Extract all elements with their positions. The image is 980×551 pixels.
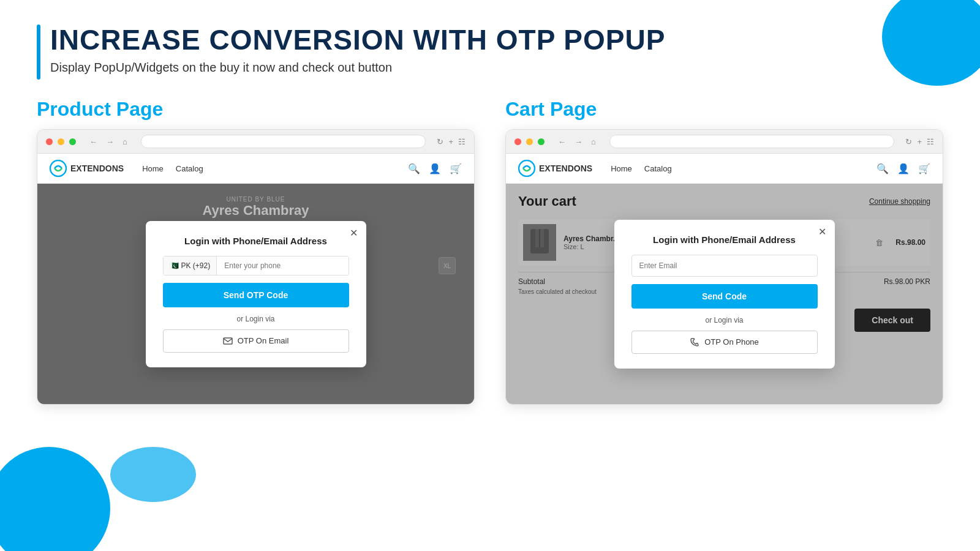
- cart-send-code-button[interactable]: Send Code: [631, 284, 818, 309]
- cart-nav-catalog[interactable]: Catalog: [644, 164, 672, 173]
- account-icon[interactable]: 👤: [429, 163, 441, 174]
- nav-back[interactable]: ←: [87, 136, 100, 148]
- cart-browser-address-bar[interactable]: [609, 135, 895, 148]
- product-browser-mockup: ← → ⌂ ↻ + ☷: [37, 129, 475, 405]
- browser-menu[interactable]: ☷: [458, 137, 466, 146]
- cart-extendons-logo-icon: [518, 160, 535, 177]
- cart-nav-forward[interactable]: →: [572, 136, 585, 148]
- cart-search-icon[interactable]: 🔍: [876, 163, 889, 174]
- product-nav-catalog[interactable]: Catalog: [176, 164, 203, 173]
- browser-actions: + ☷: [448, 137, 466, 146]
- extendons-logo-icon: [50, 160, 67, 177]
- header-section: INCREASE CONVERSION WITH OTP POPUP Displ…: [37, 24, 943, 80]
- cart-icon[interactable]: 🛒: [450, 163, 462, 174]
- cart-store-logo: EXTENDONS: [518, 160, 592, 177]
- main-subtitle: Display PopUp/Widgets on the buy it now …: [50, 61, 665, 75]
- search-icon[interactable]: 🔍: [408, 163, 420, 174]
- cart-email-input[interactable]: [631, 255, 818, 277]
- cart-section-label: Cart Page: [505, 98, 943, 121]
- product-popup-close[interactable]: ✕: [350, 227, 358, 239]
- cart-browser-mockup: ← → ⌂ ↻ + ☷: [505, 129, 943, 405]
- header-text: INCREASE CONVERSION WITH OTP POPUP Displ…: [50, 24, 665, 75]
- product-browser-bar: ← → ⌂ ↻ + ☷: [37, 130, 474, 154]
- cart-page-content: Your cart Continue shopping: [506, 184, 943, 404]
- product-store-nav-icons: 🔍 👤 🛒: [408, 163, 462, 174]
- product-page-content: UNITED BY BLUE Ayres Chambray XL add to …: [37, 184, 474, 404]
- cart-otp-popup: ✕ Login with Phone/Email Address Send Co…: [614, 220, 835, 369]
- cart-browser-refresh[interactable]: ↻: [905, 137, 912, 146]
- cart-page-column: Cart Page ← → ⌂ ↻ +: [505, 98, 943, 405]
- cart-browser-bar: ← → ⌂ ↻ + ☷: [506, 130, 943, 154]
- product-store-nav-links: Home Catalog: [142, 164, 203, 173]
- phone-icon: [690, 337, 699, 347]
- svg-point-0: [50, 160, 66, 176]
- cart-browser-actions: + ☷: [917, 137, 934, 146]
- flag-emoji: 🇵🇰: [170, 261, 179, 270]
- product-phone-input[interactable]: [217, 257, 348, 275]
- cart-cart-icon[interactable]: 🛒: [918, 163, 930, 174]
- cart-browser-dot-green: [538, 138, 545, 145]
- product-phone-input-wrapper: 🇵🇰 PK (+92): [163, 256, 349, 276]
- bg-decoration-bottom-left: [0, 447, 110, 551]
- svg-point-2: [519, 160, 535, 176]
- cart-nav-back[interactable]: ←: [556, 136, 568, 148]
- product-page-column: Product Page ← → ⌂ ↻ +: [37, 98, 475, 405]
- svg-rect-1: [224, 338, 232, 344]
- product-email-login-button[interactable]: OTP On Email: [163, 329, 349, 353]
- cart-store-nav-links: Home Catalog: [611, 164, 672, 173]
- product-send-otp-button[interactable]: Send OTP Code: [163, 283, 349, 307]
- browser-dot-yellow: [58, 138, 64, 145]
- cart-account-icon[interactable]: 👤: [897, 163, 910, 174]
- cart-store-nav: EXTENDONS Home Catalog 🔍 👤 🛒: [506, 154, 943, 184]
- product-phone-flag[interactable]: 🇵🇰 PK (+92): [164, 257, 217, 275]
- product-popup-title: Login with Phone/Email Address: [163, 236, 349, 246]
- product-section-label: Product Page: [37, 98, 475, 121]
- product-store-name: EXTENDONS: [70, 163, 124, 173]
- cart-popup-overlay: ✕ Login with Phone/Email Address Send Co…: [506, 184, 943, 404]
- phone-code: PK (+92): [181, 261, 211, 270]
- browser-dot-green: [69, 138, 76, 145]
- cart-nav-home[interactable]: Home: [611, 164, 632, 173]
- cart-store-name: EXTENDONS: [539, 163, 592, 173]
- main-columns: Product Page ← → ⌂ ↻ +: [37, 98, 943, 405]
- cart-store-nav-icons: 🔍 👤 🛒: [876, 163, 930, 174]
- cart-browser-dot-red: [514, 138, 521, 145]
- nav-home[interactable]: ⌂: [120, 136, 130, 148]
- product-otp-popup: ✕ Login with Phone/Email Address 🇵🇰 PK (…: [146, 221, 366, 367]
- product-or-login: or Login via: [163, 315, 349, 323]
- cart-or-login: or Login via: [631, 316, 818, 324]
- cart-nav-home[interactable]: ⌂: [589, 136, 598, 148]
- cart-popup-title: Login with Phone/Email Address: [631, 234, 818, 245]
- email-icon: [223, 336, 233, 346]
- header-bar: [37, 24, 40, 80]
- product-nav-home[interactable]: Home: [142, 164, 164, 173]
- cart-alt-btn-label: OTP On Phone: [704, 337, 759, 347]
- nav-forward[interactable]: →: [104, 136, 116, 148]
- product-store-logo: EXTENDONS: [50, 160, 124, 177]
- cart-phone-login-button[interactable]: OTP On Phone: [631, 331, 818, 354]
- browser-refresh[interactable]: ↻: [437, 137, 443, 146]
- product-alt-btn-label: OTP On Email: [238, 336, 289, 345]
- cart-browser-menu[interactable]: ☷: [927, 137, 934, 146]
- product-store-nav: EXTENDONS Home Catalog 🔍 👤 🛒: [37, 154, 474, 184]
- cart-browser-dot-yellow: [526, 138, 533, 145]
- browser-nav: ← → ⌂: [87, 136, 130, 148]
- cart-popup-close[interactable]: ✕: [818, 226, 826, 238]
- main-title: INCREASE CONVERSION WITH OTP POPUP: [50, 24, 665, 56]
- bg-decoration-bottom-center: [110, 447, 196, 502]
- product-popup-overlay: ✕ Login with Phone/Email Address 🇵🇰 PK (…: [37, 184, 474, 404]
- cart-browser-nav: ← → ⌂: [556, 136, 598, 148]
- cart-browser-add-tab[interactable]: +: [917, 137, 922, 146]
- browser-add-tab[interactable]: +: [448, 137, 453, 146]
- browser-dot-red: [46, 138, 53, 145]
- browser-address-bar[interactable]: [141, 135, 426, 148]
